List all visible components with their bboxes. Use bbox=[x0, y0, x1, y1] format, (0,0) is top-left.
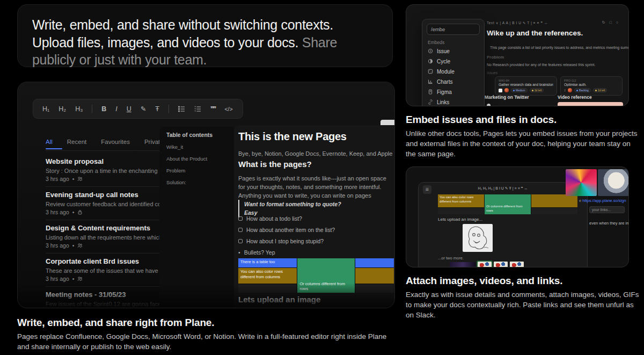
doc-paragraph: Pages is exactly what it sounds like---j… bbox=[238, 175, 391, 192]
editor-actions-icons[interactable]: ↻ □ ○ bbox=[602, 20, 620, 25]
doc-title: This is the new Pages bbox=[238, 131, 347, 143]
bold-button[interactable]: B bbox=[101, 105, 106, 113]
link-url[interactable]: https://app.plane.so/sign bbox=[582, 198, 626, 203]
code-button[interactable]: </> bbox=[224, 106, 232, 112]
table-cell-yellow: You can also color rows different from c… bbox=[238, 268, 297, 284]
page-time: 3 hrs ago bbox=[46, 176, 69, 182]
tab-all[interactable]: All bbox=[46, 139, 53, 145]
issue-thumbnail bbox=[499, 89, 502, 92]
underline-button[interactable]: U bbox=[127, 105, 131, 113]
dot-separator: • bbox=[72, 176, 75, 182]
todo-item: How about a todo list? bbox=[238, 215, 302, 222]
avatar bbox=[568, 88, 572, 92]
figma-icon bbox=[428, 89, 433, 96]
numbered-list-icon[interactable] bbox=[194, 106, 201, 112]
video-embed-preview bbox=[558, 102, 623, 106]
pasted-link[interactable]: e https://app.plane.so/sign bbox=[579, 198, 626, 203]
list-item[interactable]: Evening stand-up call notes Review custo… bbox=[46, 191, 178, 224]
problem-text: No Research provided for any of the feat… bbox=[487, 63, 595, 67]
due-flag-icon bbox=[532, 90, 533, 91]
page-title: Evening stand-up call notes bbox=[46, 191, 178, 199]
menu-item-label: Figma bbox=[437, 89, 452, 95]
bullet-list-icon[interactable] bbox=[178, 106, 185, 112]
toc-item[interactable]: Solution: bbox=[166, 179, 234, 185]
menu-item-label: Issue bbox=[437, 48, 450, 54]
todo-label: How about I stop being stupid? bbox=[246, 238, 324, 244]
menu-item-charts[interactable]: Charts bbox=[422, 77, 484, 87]
links-input[interactable]: your links... bbox=[589, 206, 625, 213]
due-badge: 2d left bbox=[593, 88, 608, 92]
tab-favourites[interactable]: Favourites bbox=[101, 139, 130, 145]
highlight-pen-icon[interactable]: ✎ bbox=[141, 105, 146, 113]
tab-recent[interactable]: Recent bbox=[67, 139, 86, 145]
menu-item-label: Cycle bbox=[437, 59, 450, 64]
menu-item-cycle[interactable]: Cycle bbox=[422, 56, 484, 67]
more-caption: ...or two more. bbox=[438, 256, 464, 260]
checkbox[interactable] bbox=[238, 239, 243, 243]
embedded-issue-card[interactable]: WIKI-84 Gather research data and brainst… bbox=[495, 76, 557, 96]
meme-image bbox=[463, 224, 493, 252]
members-icon bbox=[77, 243, 83, 248]
todo-label: How about another item on the list? bbox=[246, 227, 335, 233]
list-item[interactable]: Website proposal Story : Once upon a tim… bbox=[46, 157, 178, 191]
menu-item-figma[interactable]: Figma bbox=[422, 87, 484, 97]
bottom-fade-overlay bbox=[18, 283, 394, 308]
table-cell-dark bbox=[438, 208, 484, 214]
intro-text-primary: Write, embed, and share without switchin… bbox=[32, 17, 333, 50]
sidebar-toggle-icon[interactable]: ☰ bbox=[423, 185, 431, 194]
toc-item[interactable]: About the Product bbox=[166, 156, 234, 162]
table-cell-green: Or columns different from rows bbox=[485, 194, 531, 214]
command-input[interactable]: /embe bbox=[427, 24, 480, 35]
issue-count: 2 bbox=[564, 89, 566, 92]
table-cell-blue bbox=[355, 258, 394, 267]
dot-separator: • bbox=[72, 242, 75, 249]
upload-caption: Lets upload an image... bbox=[438, 217, 482, 222]
abstract-art-image bbox=[566, 169, 597, 196]
colored-table: You can also color rows different from c… bbox=[438, 194, 577, 214]
page-excerpt: Review customer feedback and identified … bbox=[46, 201, 178, 207]
toc-item[interactable]: Problem bbox=[166, 168, 234, 173]
checkbox[interactable] bbox=[238, 228, 243, 232]
menu-item-module[interactable]: Module bbox=[422, 67, 484, 77]
embedded-issue-card[interactable]: PRO-112 Optimise auth. 2 Backlog 2d left bbox=[560, 76, 623, 96]
bullet-label: Bullets? Yep bbox=[244, 249, 275, 256]
todo-label: How about a todo list? bbox=[246, 215, 302, 222]
table-cell-yellow bbox=[355, 268, 394, 284]
heading2-button[interactable]: H₂ bbox=[58, 105, 66, 113]
doc-section-heading: What is the pages? bbox=[238, 160, 312, 169]
checkbox[interactable] bbox=[238, 216, 243, 221]
table-cell-yellow bbox=[531, 194, 577, 207]
menu-item-issue[interactable]: Issue bbox=[422, 46, 484, 56]
list-item[interactable]: Design & Content requirements Listing do… bbox=[46, 224, 178, 257]
avatar bbox=[504, 88, 509, 92]
comic-thumbnail bbox=[510, 262, 524, 267]
toc-title: Table of contents bbox=[166, 132, 234, 138]
embedded-doc-title: Wike up and the references. bbox=[487, 29, 583, 37]
footer-section: Write, embed, and share right from Plane… bbox=[17, 317, 399, 352]
strikethrough-button[interactable]: Ŧ bbox=[155, 105, 159, 113]
page-excerpt: Listing down all the requirements here w… bbox=[46, 234, 178, 241]
menu-item-label: Links bbox=[437, 99, 449, 105]
intro-card: Write, embed, and share without switchin… bbox=[17, 4, 393, 67]
menu-item-links[interactable]: Links bbox=[422, 97, 484, 106]
blockquote-button[interactable]: ❞❞ bbox=[210, 105, 215, 113]
doc-intro: Bye, bye, Notion, Google Docs, Evernote,… bbox=[238, 150, 395, 157]
state-dot-icon bbox=[513, 90, 515, 91]
pages-editor-screenshot-card: H₁ H₂ H₃ B I U ✎ Ŧ ❞❞ </> All Recent Fav… bbox=[17, 82, 395, 308]
toc-item[interactable]: Wike_it bbox=[166, 144, 234, 150]
page-excerpt: Story : Once upon a time in the enchanti… bbox=[46, 168, 178, 174]
active-tab-underline bbox=[46, 148, 62, 149]
cycle-icon bbox=[428, 59, 433, 65]
palette-section-label: Embeds bbox=[428, 40, 479, 45]
mini-format-toolbar: Text ∨ | A A | B I U ✎ T | ≡ ≡ ❞ ↔ bbox=[487, 21, 548, 25]
issue-id: WIKI-84 bbox=[499, 79, 553, 82]
comic-thumbnail bbox=[494, 262, 508, 267]
heading1-button[interactable]: H₁ bbox=[42, 105, 49, 113]
mini-editor-panel: ☰ H₁ H₂ H₃ | B I U ✎ Ŧ | ≡ ≡ ❞ ↔ You can… bbox=[418, 182, 588, 267]
heading3-button[interactable]: H₃ bbox=[75, 105, 83, 113]
state-dot-icon bbox=[576, 90, 578, 91]
italic-button[interactable]: I bbox=[115, 105, 117, 113]
state-badge: Medium bbox=[511, 88, 528, 92]
members-icon bbox=[77, 176, 83, 182]
page-title: Corportate client Brd issues bbox=[46, 257, 178, 265]
